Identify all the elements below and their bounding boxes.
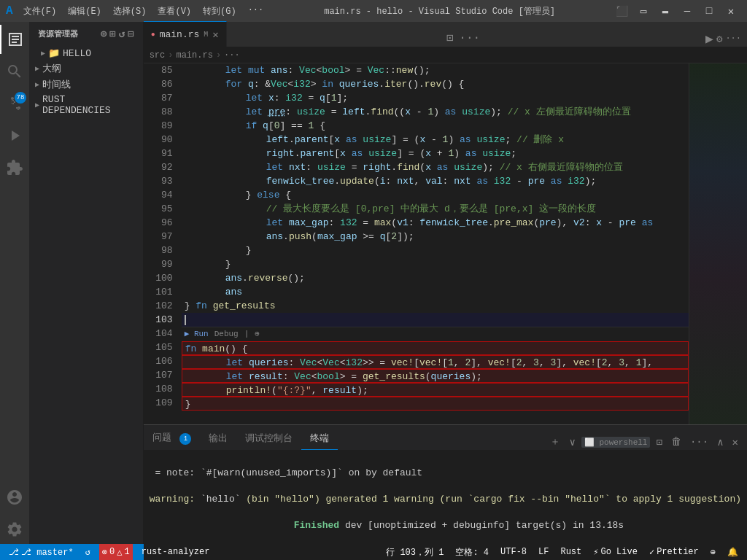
activity-bar: 78 xyxy=(0,22,29,544)
panel-tab-debug-console[interactable]: 调试控制台 xyxy=(236,427,301,450)
tab-actions[interactable]: ⊡ ··· xyxy=(445,29,487,47)
spaces-item[interactable]: 空格: 4 xyxy=(452,544,492,560)
trash-icon[interactable]: 🗑 xyxy=(668,435,684,449)
minimap-content xyxy=(689,63,747,424)
sidebar-item-outline[interactable]: ▶ 大纲 xyxy=(29,61,143,77)
maximize-panel-icon[interactable]: ∧ xyxy=(714,435,726,450)
prettier-label: Prettier xyxy=(657,547,699,557)
tab-close-button[interactable]: ✕ xyxy=(212,28,218,41)
git-branch-label: ⎇ master* xyxy=(21,547,74,558)
position-item[interactable]: 行 103，列 1 xyxy=(383,544,446,560)
code-content[interactable]: let mut ans: Vec<bool> = Vec::new(); for… xyxy=(179,63,689,424)
encoding-item[interactable]: UTF-8 xyxy=(498,544,530,560)
kill-terminal-icon[interactable]: ⊡ xyxy=(653,435,665,450)
breadcrumb-src[interactable]: src xyxy=(150,50,166,61)
menu-bar[interactable]: 文件(F) 编辑(E) 选择(S) 查看(V) 转到(G) ··· xyxy=(19,4,268,19)
menu-view[interactable]: 查看(V) xyxy=(153,4,196,19)
menu-edit[interactable]: 编辑(E) xyxy=(63,4,106,19)
breadcrumb-symbol[interactable]: ··· xyxy=(224,50,240,61)
new-folder-icon[interactable]: ⊞ xyxy=(109,28,115,40)
layout-icon[interactable]: ⬛ xyxy=(611,4,632,18)
remote-item[interactable]: ⊕ xyxy=(708,544,719,560)
code-line-90: left.parent[x as usize] = (x - 1) as usi… xyxy=(182,133,689,147)
rust-analyzer-item[interactable]: rust-analyzer xyxy=(139,544,213,560)
editor-top-actions[interactable]: ▶ ⚙ ··· xyxy=(705,31,747,47)
git-branch-item[interactable]: ⎇ ⎇ master* xyxy=(6,544,77,560)
tab-mainrs[interactable]: ● main.rs M ✕ xyxy=(144,21,227,47)
menu-goto[interactable]: 转到(G) xyxy=(198,4,241,19)
main-layout: 78 资源管理器 ⊕ ⊞ ↺ ⊟ ▶ 📁 HELLO xyxy=(0,22,747,544)
explorer-activity-icon[interactable] xyxy=(0,25,29,54)
run-code-icon[interactable]: ▶ xyxy=(705,31,713,47)
finished-text: Finished xyxy=(294,520,339,531)
search-activity-icon[interactable] xyxy=(0,57,29,86)
split-terminal-icon[interactable]: ∨ xyxy=(566,435,578,450)
sidebar-label-outline: 大纲 xyxy=(42,62,61,75)
line-num-87: 87 xyxy=(144,91,173,105)
maximize-button[interactable]: □ xyxy=(699,4,719,18)
close-button[interactable]: ✕ xyxy=(721,4,741,18)
app-icon: A xyxy=(6,4,13,18)
sidebar-label-timeline: 时间线 xyxy=(42,78,71,91)
inline-debug-button[interactable]: Debug xyxy=(214,327,239,341)
breadcrumb-file[interactable]: main.rs xyxy=(176,50,212,61)
extensions-activity-icon[interactable] xyxy=(0,153,29,182)
terminal-line-blank2 xyxy=(150,480,741,493)
new-terminal-icon[interactable]: ＋ xyxy=(547,434,563,450)
panel-tab-terminal[interactable]: 终端 xyxy=(301,427,338,450)
editor-panel-area: ● main.rs M ✕ ⊡ ··· ▶ ⚙ ··· src › xyxy=(144,22,747,544)
inline-run-button[interactable]: ▶ Run xyxy=(185,327,209,341)
sidebar-actions[interactable]: ⊕ ⊞ ↺ ⊟ xyxy=(101,28,134,40)
code-line-99: } xyxy=(182,257,689,271)
sidebar-item-rust-deps[interactable]: ▶ RUST DEPENDENCIES xyxy=(29,93,143,117)
collapse-icon[interactable]: ⊟ xyxy=(128,28,133,40)
more-terminal-icon[interactable]: ··· xyxy=(687,435,711,449)
line-num-108: 108 xyxy=(144,382,173,396)
settings-activity-icon[interactable] xyxy=(0,515,29,544)
debug-code-icon[interactable]: ⚙ xyxy=(716,33,722,45)
breadcrumb-more-icon[interactable]: ··· xyxy=(725,34,741,44)
code-line-108: } xyxy=(182,397,689,411)
line-num-104: 104 xyxy=(144,327,173,341)
panel-tab-problems[interactable]: 问题 1 xyxy=(144,427,201,450)
secondary-bar-icon[interactable]: ▭ xyxy=(633,4,654,18)
sidebar-title: 资源管理器 xyxy=(38,28,78,39)
language-item[interactable]: Rust xyxy=(557,544,584,560)
language-label: Rust xyxy=(560,547,581,557)
split-editor-icon[interactable]: ⊡ xyxy=(445,29,455,47)
line-num-95: 95 xyxy=(144,202,173,216)
menu-file[interactable]: 文件(F) xyxy=(19,4,61,19)
spaces-label: 空格: 4 xyxy=(455,546,489,559)
code-editor: 85 86 87 88 89 90 91 92 93 94 95 96 97 9… xyxy=(144,63,747,424)
code-line-94: } else { xyxy=(182,188,689,202)
notifications-item[interactable]: 🔔 xyxy=(724,544,741,560)
sidebar-item-hello[interactable]: ▶ 📁 HELLO xyxy=(29,46,143,61)
minimize-button[interactable]: — xyxy=(677,4,697,18)
sidebar-item-timeline[interactable]: ▶ 时间线 xyxy=(29,77,143,93)
errors-item[interactable]: ⊗ 0 △ 1 xyxy=(99,544,133,560)
refresh-icon[interactable]: ↺ xyxy=(119,28,125,40)
menu-select[interactable]: 选择(S) xyxy=(109,4,151,19)
panel-icon[interactable]: ▬ xyxy=(655,4,676,18)
go-live-item[interactable]: ⚡ Go Live xyxy=(590,544,640,560)
prettier-item[interactable]: ✓ Prettier xyxy=(646,544,702,560)
breadcrumb-sep1: › xyxy=(168,50,173,61)
line-num-88: 88 xyxy=(144,105,173,119)
line-ending-item[interactable]: LF xyxy=(535,544,551,560)
terminal-selector-icon[interactable]: ⬜ powershell xyxy=(581,437,651,448)
source-control-activity-icon[interactable]: 78 xyxy=(0,89,29,118)
new-file-icon[interactable]: ⊕ xyxy=(101,28,107,40)
more-actions-icon[interactable]: ··· xyxy=(457,30,481,46)
outline-arrow-icon: ▶ xyxy=(35,64,39,73)
sync-item[interactable]: ↺ xyxy=(82,544,93,560)
panel-actions[interactable]: ＋ ∨ ⬜ powershell ⊡ 🗑 ··· ∧ ✕ xyxy=(547,434,747,450)
menu-more[interactable]: ··· xyxy=(244,4,268,19)
run-debug-activity-icon[interactable] xyxy=(0,121,29,150)
output-label: 输出 xyxy=(209,433,228,444)
inline-extra-icon[interactable]: ⊕ xyxy=(255,327,260,341)
code-line-97: ans.push(max_gap >= q[2]); xyxy=(182,230,689,244)
account-activity-icon[interactable] xyxy=(0,483,29,512)
window-controls[interactable]: ⬛ ▭ ▬ — □ ✕ xyxy=(611,4,741,18)
panel-tab-output[interactable]: 输出 xyxy=(200,427,236,450)
close-panel-icon[interactable]: ✕ xyxy=(729,435,741,450)
